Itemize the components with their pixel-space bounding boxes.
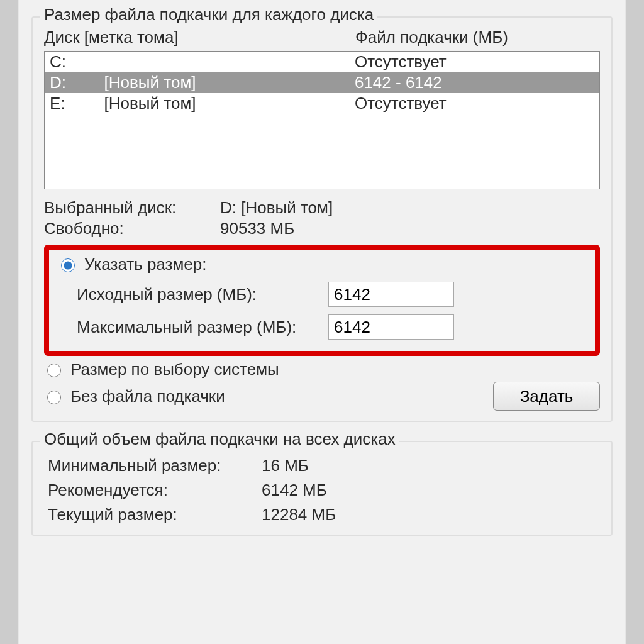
- per-drive-groupbox: Размер файла подкачки для каждого диска …: [31, 16, 613, 422]
- viewport: Размер файла подкачки для каждого диска …: [0, 0, 644, 644]
- minimum-size-label: Минимальный размер:: [48, 456, 262, 475]
- drive-letter: C:: [50, 52, 104, 72]
- drive-paging-size: 6142 - 6142: [355, 72, 594, 93]
- selected-drive-value: D: [Новый том]: [220, 198, 600, 218]
- free-space-label: Свободно:: [44, 219, 220, 238]
- radio-system-managed[interactable]: [47, 364, 61, 377]
- radio-custom-size[interactable]: [61, 258, 75, 272]
- initial-size-label: Исходный размер (МБ):: [77, 285, 328, 304]
- current-size-label: Текущий размер:: [48, 505, 262, 525]
- drive-volume-label: [104, 52, 355, 72]
- selected-drive-info: Выбранный диск: D: [Новый том] Свободно:…: [44, 198, 600, 238]
- drive-row[interactable]: C:Отсутствует: [45, 52, 599, 72]
- drive-volume-label: [Новый том]: [104, 72, 355, 93]
- header-drive: Диск [метка тома]: [44, 28, 355, 47]
- selected-drive-label: Выбранный диск:: [44, 198, 220, 218]
- drive-row[interactable]: D:[Новый том]6142 - 6142: [45, 72, 599, 93]
- recommended-size-label: Рекомендуется:: [48, 480, 262, 500]
- custom-size-highlight: Указать размер: Исходный размер (МБ): Ма…: [44, 245, 600, 356]
- maximum-size-input[interactable]: [328, 314, 454, 340]
- drive-paging-size: Отсутствует: [355, 52, 594, 72]
- drive-letter: D:: [50, 72, 104, 93]
- maximum-size-label: Максимальный размер (МБ):: [77, 318, 328, 337]
- per-drive-group-title: Размер файла подкачки для каждого диска: [40, 5, 377, 25]
- current-size-value: 12284 МБ: [262, 505, 596, 525]
- radio-system-managed-label: Размер по выбору системы: [70, 360, 279, 379]
- drive-list-header: Диск [метка тома] Файл подкачки (МБ): [44, 28, 600, 47]
- initial-size-input[interactable]: [328, 282, 454, 307]
- set-button[interactable]: Задать: [493, 382, 600, 411]
- drive-volume-label: [Новый том]: [104, 93, 355, 114]
- virtual-memory-dialog: Размер файла подкачки для каждого диска …: [18, 0, 626, 644]
- radio-custom-size-label: Указать размер:: [84, 255, 207, 274]
- header-paging-size: Файл подкачки (МБ): [355, 28, 600, 47]
- total-paging-title: Общий объем файла подкачки на всех диска…: [40, 430, 399, 449]
- radio-no-paging-file-label: Без файла подкачки: [70, 387, 225, 406]
- drive-list[interactable]: C:ОтсутствуетD:[Новый том]6142 - 6142E:[…: [44, 51, 600, 189]
- drive-row[interactable]: E:[Новый том]Отсутствует: [45, 93, 599, 114]
- recommended-size-value: 6142 МБ: [262, 480, 596, 500]
- radio-no-paging-file[interactable]: [47, 391, 61, 404]
- drive-paging-size: Отсутствует: [355, 93, 594, 114]
- free-space-value: 90533 МБ: [220, 219, 600, 238]
- minimum-size-value: 16 МБ: [262, 456, 596, 475]
- drive-letter: E:: [50, 93, 104, 114]
- total-paging-groupbox: Общий объем файла подкачки на всех диска…: [31, 441, 613, 536]
